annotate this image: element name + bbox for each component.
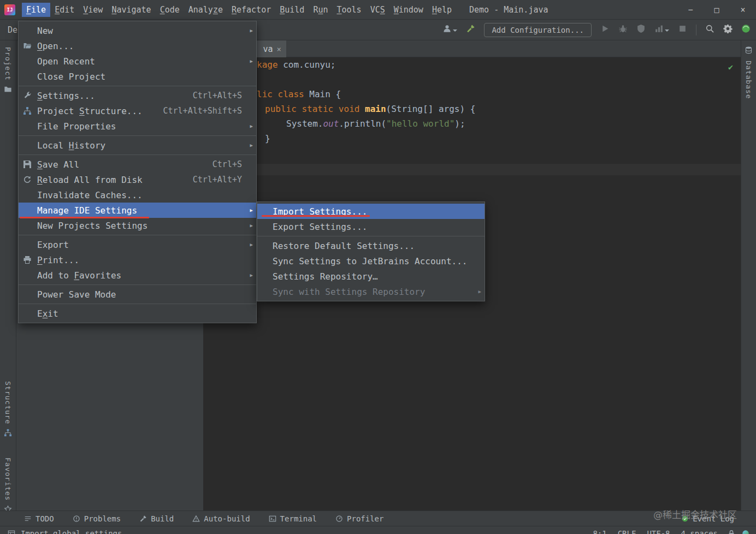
- code-line: kage com.cunyu;: [203, 57, 741, 72]
- code-line: public static void main(String[] args) {: [203, 102, 741, 116]
- user-icon[interactable]: [442, 24, 457, 35]
- tab-close-icon[interactable]: ×: [277, 45, 281, 54]
- breadcrumb[interactable]: De: [8, 25, 17, 35]
- submenu-arrow-icon: ▶: [250, 272, 253, 278]
- menu-item-open-recent[interactable]: Open Recent▶: [19, 54, 256, 69]
- menu-item-save-all[interactable]: Save AllCtrl+S: [19, 157, 256, 172]
- menu-item-sync-with-settings-repository[interactable]: Sync with Settings Repository▶: [257, 284, 485, 299]
- submenu-arrow-icon: ▶: [250, 58, 253, 64]
- indent-setting[interactable]: 4 spaces: [681, 529, 718, 534]
- menu-item-export[interactable]: Export▶: [19, 237, 256, 252]
- search-icon[interactable]: [705, 24, 714, 35]
- menu-item-label: Close Project: [37, 72, 242, 82]
- coverage-shield-icon[interactable]: [636, 24, 646, 35]
- tool-button-database[interactable]: Database: [741, 46, 756, 99]
- menu-item-open[interactable]: Open...: [19, 38, 256, 54]
- menu-item-label: Local History: [37, 140, 242, 151]
- settings-gear-icon[interactable]: [723, 24, 733, 35]
- menu-item-label: Add to Favorites: [37, 270, 242, 281]
- toolwindow-button-todo[interactable]: TODO: [24, 514, 54, 523]
- menu-item-power-save-mode[interactable]: Power Save Mode: [19, 287, 256, 302]
- menu-item-local-history[interactable]: Local History▶: [19, 138, 256, 153]
- menubar-item-tools[interactable]: Tools: [332, 3, 365, 17]
- toolwindow-button-auto-build[interactable]: Auto-build: [192, 514, 250, 523]
- menu-item-label: Sync Settings to JetBrains Account...: [273, 256, 470, 266]
- menu-item-settings[interactable]: Settings...Ctrl+Alt+S: [19, 88, 256, 103]
- build-hammer-icon[interactable]: [466, 24, 475, 35]
- menu-item-export-settings[interactable]: Export Settings...: [257, 219, 485, 234]
- code-area[interactable]: kage com.cunyu;lic class Main {public st…: [203, 57, 741, 146]
- status-orb-icon[interactable]: [742, 530, 749, 534]
- menubar-item-vcs[interactable]: VCS: [366, 3, 389, 17]
- readonly-lock-icon[interactable]: [728, 530, 735, 534]
- menubar-item-run[interactable]: Run: [309, 3, 332, 17]
- menu-item-restore-default-settings[interactable]: Restore Default Settings...: [257, 238, 485, 253]
- menu-item-manage-ide-settings[interactable]: Manage IDE Settings▶: [19, 203, 256, 218]
- menu-item-new[interactable]: New▶: [19, 23, 256, 38]
- menu-item-print[interactable]: Print...: [19, 252, 256, 268]
- menu-separator: [257, 236, 485, 236]
- menu-item-reload-all-from-disk[interactable]: Reload All from DiskCtrl+Alt+Y: [19, 172, 256, 187]
- menu-item-invalidate-caches[interactable]: Invalidate Caches...: [19, 187, 256, 203]
- menubar-item-refactor[interactable]: Refactor: [227, 3, 275, 17]
- menubar-item-navigate[interactable]: Navigate: [107, 3, 155, 17]
- toolwindow-toggle-icon[interactable]: [8, 530, 15, 534]
- submenu-arrow-icon: ▶: [250, 28, 253, 33]
- menu-item-label: Invalidate Caches...: [37, 190, 242, 200]
- status-message: Import global settings: [21, 529, 122, 534]
- menu-item-shortcut: Ctrl+Alt+Shift+S: [163, 106, 243, 116]
- minimize-button[interactable]: −: [685, 5, 696, 15]
- profiler-chart-icon[interactable]: [654, 24, 669, 35]
- tool-button-favorites[interactable]: Favorites: [0, 458, 16, 515]
- structure-icon: [23, 106, 37, 115]
- toolwindow-button-label: Problems: [84, 514, 121, 523]
- menu-item-new-projects-settings[interactable]: New Projects Settings▶: [19, 218, 256, 233]
- problems-icon: [73, 515, 80, 523]
- menubar-item-analyze[interactable]: Analyze: [184, 3, 227, 17]
- menubar: FileEditViewNavigateCodeAnalyzeRefactorB…: [22, 0, 456, 19]
- toolwindow-bar: TODOProblemsBuildAuto-buildTerminalProfi…: [0, 511, 756, 526]
- statusbar-tools: TODOProblemsBuildAuto-buildTerminalProfi…: [24, 514, 383, 523]
- menubar-item-edit[interactable]: Edit: [50, 3, 79, 17]
- debug-bug-icon[interactable]: [618, 24, 628, 35]
- toolwindow-button-profiler[interactable]: Profiler: [335, 514, 383, 523]
- maximize-button[interactable]: □: [711, 5, 722, 15]
- stop-icon[interactable]: [678, 24, 687, 35]
- tool-button-structure[interactable]: Structure: [0, 381, 16, 439]
- inspection-ok-icon: ✔: [728, 62, 733, 72]
- database-icon: [745, 46, 753, 56]
- add-configuration-button[interactable]: Add Configuration...: [484, 23, 592, 37]
- menu-item-exit[interactable]: Exit: [19, 306, 256, 321]
- tool-button-project[interactable]: Project: [0, 47, 16, 96]
- menu-item-label: Export: [37, 240, 242, 250]
- menu-item-label: Settings...: [37, 91, 193, 101]
- menubar-item-code[interactable]: Code: [156, 3, 184, 17]
- todo-icon: [24, 515, 32, 523]
- project-folder-icon: [4, 85, 12, 96]
- caret-position[interactable]: 8:1: [593, 529, 606, 534]
- statusbar-icons: [728, 530, 749, 534]
- menu-item-file-properties[interactable]: File Properties▶: [19, 118, 256, 134]
- menubar-item-file[interactable]: File: [22, 3, 50, 17]
- menu-item-settings-repository[interactable]: Settings Repository…: [257, 269, 485, 284]
- menubar-item-window[interactable]: Window: [389, 3, 428, 17]
- menubar-item-help[interactable]: Help: [428, 3, 456, 17]
- intellij-logo-icon: [4, 4, 15, 15]
- toolwindow-button-build[interactable]: Build: [139, 514, 174, 523]
- run-play-icon[interactable]: [600, 24, 610, 35]
- menubar-item-view[interactable]: View: [79, 3, 107, 17]
- close-button[interactable]: ×: [737, 5, 748, 15]
- hammer-icon: [139, 515, 147, 523]
- menu-item-add-to-favorites[interactable]: Add to Favorites▶: [19, 268, 256, 283]
- menu-item-project-structure[interactable]: Project Structure...Ctrl+Alt+Shift+S: [19, 103, 256, 118]
- green-orb-icon[interactable]: [741, 24, 751, 35]
- toolwindow-button-problems[interactable]: Problems: [73, 514, 121, 523]
- menubar-item-build[interactable]: Build: [275, 3, 309, 17]
- toolwindow-button-terminal[interactable]: Terminal: [269, 514, 317, 523]
- menu-item-close-project[interactable]: Close Project: [19, 69, 256, 84]
- menu-item-shortcut: Ctrl+Alt+S: [193, 91, 242, 100]
- encoding[interactable]: UTF-8: [647, 529, 670, 534]
- line-ending[interactable]: CRLF: [618, 529, 636, 534]
- folder-open-icon: [23, 41, 37, 50]
- menu-item-sync-settings-to-jetbrains-account[interactable]: Sync Settings to JetBrains Account...: [257, 253, 485, 269]
